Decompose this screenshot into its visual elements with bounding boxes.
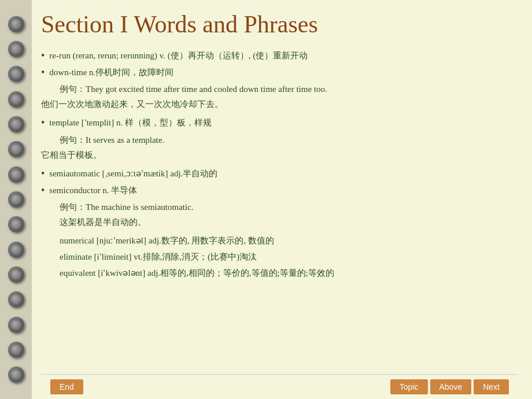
spiral-ring-11 <box>8 267 24 283</box>
spiral-ring-12 <box>8 291 24 308</box>
spiral-ring-4 <box>8 91 24 108</box>
vocab-entry: re-run (reran, rerun; rerunning) v. (使）再… <box>49 49 518 62</box>
example-text: 例句：The machine is semiautomatic. <box>60 202 194 212</box>
chinese-translation: 这架机器是半自动的。 <box>41 215 518 229</box>
list-item: • re-run (reran, rerun; rerunning) v. (使… <box>41 49 518 63</box>
example-text: 例句：They got excited time after time and … <box>60 84 327 94</box>
spiral-ring-2 <box>8 41 24 57</box>
next-button[interactable]: Next <box>474 379 509 394</box>
vocab-entry: semiconductor n. 半导体 <box>49 183 518 197</box>
translation-text: 这架机器是半自动的。 <box>60 217 146 227</box>
spiral-ring-9 <box>8 216 24 232</box>
slide-container: Section I Words and Phrases • re-run (re… <box>0 0 532 399</box>
list-item: • semiconductor n. 半导体 <box>41 183 518 198</box>
vocab-entry: equivalent [iˈkwivələnt] adj.相等的,相同的；等价的… <box>60 268 334 278</box>
vocab-entry: down-time n.停机时间，故障时间 <box>49 65 518 79</box>
bullet-icon: • <box>41 116 45 130</box>
list-item: • template [ˈtemplit] n. 样（模，型）板，样规 <box>41 116 518 130</box>
chinese-translation: 它相当于模板。 <box>41 148 518 162</box>
content-area: Section I Words and Phrases • re-run (re… <box>32 0 532 399</box>
slide-title: Section I Words and Phrases <box>41 10 518 38</box>
bullet-icon: • <box>41 167 45 181</box>
toolbar-left: End <box>50 379 83 394</box>
spiral-ring-14 <box>8 342 24 358</box>
vocab-entry: semiautomatic [ˌsemiˌɔːtəˈmætik] adj.半自动… <box>49 167 518 180</box>
spiral-ring-6 <box>8 141 24 157</box>
spiral-ring-5 <box>8 116 24 132</box>
toolbar-right: Topic Above Next <box>390 379 509 394</box>
spiral-ring-13 <box>8 317 24 333</box>
spiral-ring-10 <box>8 242 24 258</box>
end-button[interactable]: End <box>50 379 83 394</box>
above-button[interactable]: Above <box>430 379 472 394</box>
spiral-ring-3 <box>8 66 24 82</box>
chinese-translation: 他们一次次地激动起来，又一次次地冷却下去。 <box>41 97 518 111</box>
bottom-toolbar: End Topic Above Next <box>41 374 518 399</box>
example-sentence: 例句：The machine is semiautomatic. <box>41 200 518 214</box>
example-sentence: 例句：It serves as a template. <box>41 133 518 147</box>
list-item: • semiautomatic [ˌsemiˌɔːtəˈmætik] adj.半… <box>41 167 518 181</box>
example-text: 例句：It serves as a template. <box>60 135 164 145</box>
list-item: numerical [njuːˈmerikəl] adj.数字的, 用数字表示的… <box>41 234 518 247</box>
bullet-icon: • <box>41 183 45 198</box>
example-sentence: 例句：They got excited time after time and … <box>41 82 518 96</box>
bullet-icon: • <box>41 49 45 63</box>
vocab-entry: template [ˈtemplit] n. 样（模，型）板，样规 <box>49 116 518 130</box>
spiral-ring-15 <box>8 367 24 383</box>
bullet-icon: • <box>41 65 45 80</box>
translation-text: 它相当于模板。 <box>41 150 102 160</box>
topic-button[interactable]: Topic <box>390 379 428 394</box>
vocab-entry: numerical [njuːˈmerikəl] adj.数字的, 用数字表示的… <box>60 236 274 245</box>
list-item: equivalent [iˈkwivələnt] adj.相等的,相同的；等价的… <box>41 266 518 280</box>
list-item: eliminate [iˈlimineit] vt.排除,消除,消灭；(比赛中)… <box>41 250 518 264</box>
list-item: • down-time n.停机时间，故障时间 <box>41 65 518 80</box>
spiral-ring-1 <box>8 16 24 32</box>
content-body: • re-run (reran, rerun; rerunning) v. (使… <box>41 49 518 374</box>
spiral-ring-7 <box>8 167 24 183</box>
vocab-entry: eliminate [iˈlimineit] vt.排除,消除,消灭；(比赛中)… <box>60 252 257 261</box>
spiral-binding <box>0 0 32 399</box>
translation-text: 他们一次次地激动起来，又一次次地冷却下去。 <box>41 99 223 109</box>
spiral-ring-8 <box>8 191 24 208</box>
